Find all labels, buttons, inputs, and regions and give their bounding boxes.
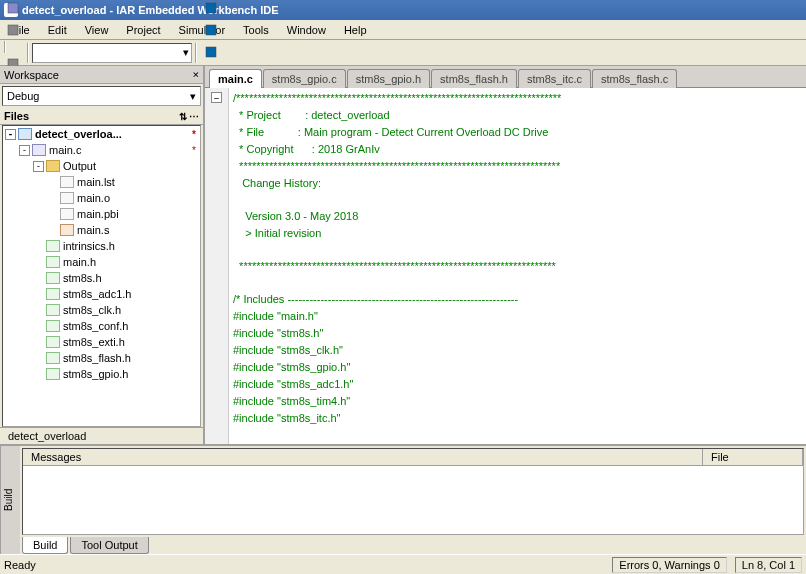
tree-item[interactable]: stm8s_clk.h <box>3 302 200 318</box>
editor-area: main.cstm8s_gpio.cstm8s_gpio.hstm8s_flas… <box>205 66 806 444</box>
separator <box>27 43 29 63</box>
tree-label: main.o <box>77 192 110 204</box>
status-ready: Ready <box>4 559 36 571</box>
tree-item[interactable]: intrinsics.h <box>3 238 200 254</box>
tree-label: main.s <box>77 224 109 236</box>
svg-rect-19 <box>206 47 216 57</box>
build-grid: Messages File <box>22 448 804 535</box>
proj-icon <box>18 128 32 140</box>
gutter[interactable]: − <box>205 88 229 444</box>
tree-label: Output <box>63 160 96 172</box>
titlebar: detect_overload - IAR Embedded Workbench… <box>0 0 806 20</box>
tree-label: stm8s_exti.h <box>63 336 125 348</box>
expand-icon[interactable]: - <box>33 161 44 172</box>
tree-label: stm8s_adc1.h <box>63 288 131 300</box>
menu-window[interactable]: Window <box>279 22 334 38</box>
tree-item[interactable]: stm8s_flash.h <box>3 350 200 366</box>
editor-tabs: main.cstm8s_gpio.cstm8s_gpio.hstm8s_flas… <box>205 66 806 88</box>
tree-item[interactable]: main.s <box>3 222 200 238</box>
toolbar-main: ▾ <box>0 40 806 66</box>
workspace-tab[interactable]: detect_overload <box>0 427 203 444</box>
separator <box>4 41 6 53</box>
build-content[interactable] <box>23 466 803 534</box>
build-tab[interactable]: Tool Output <box>70 537 148 554</box>
col-file[interactable]: File <box>703 449 803 465</box>
svg-rect-18 <box>206 25 216 35</box>
file-tree[interactable]: -detect_overloa...*-main.c*-Outputmain.l… <box>2 125 201 427</box>
status-errors: Errors 0, Warnings 0 <box>612 557 726 573</box>
chevron-down-icon: ▾ <box>183 46 189 59</box>
tree-item[interactable]: main.lst <box>3 174 200 190</box>
status-position: Ln 8, Col 1 <box>735 557 802 573</box>
menu-project[interactable]: Project <box>118 22 168 38</box>
editor-tab[interactable]: stm8s_gpio.c <box>263 69 346 88</box>
workspace-title: Workspace × <box>0 66 203 84</box>
editor-tab[interactable]: stm8s_itc.c <box>518 69 591 88</box>
tree-label: main.c <box>49 144 81 156</box>
saveall-button[interactable] <box>2 0 24 19</box>
separator <box>195 43 197 63</box>
tree-label: stm8s_conf.h <box>63 320 128 332</box>
menu-tools[interactable]: Tools <box>235 22 277 38</box>
editor-tab[interactable]: stm8s_gpio.h <box>347 69 430 88</box>
code-editor[interactable]: /***************************************… <box>229 88 806 444</box>
chevron-down-icon: ▾ <box>190 90 196 103</box>
menu-view[interactable]: View <box>77 22 117 38</box>
modified-icon: * <box>192 129 196 140</box>
config-combo[interactable]: Debug ▾ <box>2 86 201 106</box>
txt-icon <box>60 176 74 188</box>
window-title: detect_overload - IAR Embedded Workbench… <box>22 4 279 16</box>
config-value: Debug <box>7 90 39 102</box>
workspace-title-text: Workspace <box>4 69 59 81</box>
build-side-label: Build <box>0 446 20 554</box>
tree-item[interactable]: stm8s_gpio.h <box>3 366 200 382</box>
svg-rect-4 <box>8 25 18 35</box>
editor-tab[interactable]: main.c <box>209 69 262 88</box>
expand-icon[interactable]: - <box>19 145 30 156</box>
folder-icon <box>46 160 60 172</box>
modified-icon: * <box>192 145 196 156</box>
tree-item[interactable]: stm8s_adc1.h <box>3 286 200 302</box>
tree-item[interactable]: stm8s_exti.h <box>3 334 200 350</box>
tree-item[interactable]: main.h <box>3 254 200 270</box>
h-icon <box>46 320 60 332</box>
tree-item[interactable]: stm8s_conf.h <box>3 318 200 334</box>
files-label: Files <box>4 110 29 122</box>
sort-icon[interactable]: ⇅ <box>179 111 187 122</box>
step-out-button[interactable] <box>200 41 222 63</box>
build-tab[interactable]: Build <box>22 537 68 554</box>
step-into-button[interactable] <box>200 19 222 41</box>
fold-icon[interactable]: − <box>211 92 222 103</box>
tree-label: intrinsics.h <box>63 240 115 252</box>
tree-label: main.h <box>63 256 96 268</box>
expand-icon[interactable]: - <box>5 129 16 140</box>
build-panel: Build Messages File BuildTool Output <box>0 444 806 554</box>
tree-item[interactable]: -detect_overloa...* <box>3 126 200 142</box>
tree-item[interactable]: main.pbi <box>3 206 200 222</box>
h-icon <box>46 288 60 300</box>
print-button[interactable] <box>2 19 24 41</box>
options-icon[interactable]: ⋯ <box>189 111 199 122</box>
menu-help[interactable]: Help <box>336 22 375 38</box>
h-icon <box>46 368 60 380</box>
tree-item[interactable]: -main.c* <box>3 142 200 158</box>
tree-item[interactable]: -Output <box>3 158 200 174</box>
editor-tab[interactable]: stm8s_flash.h <box>431 69 517 88</box>
main-area: Workspace × Debug ▾ Files ⇅ ⋯ -detect_ov… <box>0 66 806 444</box>
tree-label: stm8s_gpio.h <box>63 368 128 380</box>
files-header: Files ⇅ ⋯ <box>0 108 203 125</box>
tree-item[interactable]: main.o <box>3 190 200 206</box>
editor-body: − /*************************************… <box>205 88 806 444</box>
txt-icon <box>60 192 74 204</box>
close-icon[interactable]: × <box>192 68 199 81</box>
menu-edit[interactable]: Edit <box>40 22 75 38</box>
col-messages[interactable]: Messages <box>23 449 703 465</box>
c-icon <box>32 144 46 156</box>
step-over-button[interactable] <box>200 0 222 19</box>
tree-item[interactable]: stm8s.h <box>3 270 200 286</box>
h-icon <box>46 240 60 252</box>
h-icon <box>46 336 60 348</box>
tree-label: main.lst <box>77 176 115 188</box>
editor-tab[interactable]: stm8s_flash.c <box>592 69 677 88</box>
find-combo[interactable]: ▾ <box>32 43 192 63</box>
